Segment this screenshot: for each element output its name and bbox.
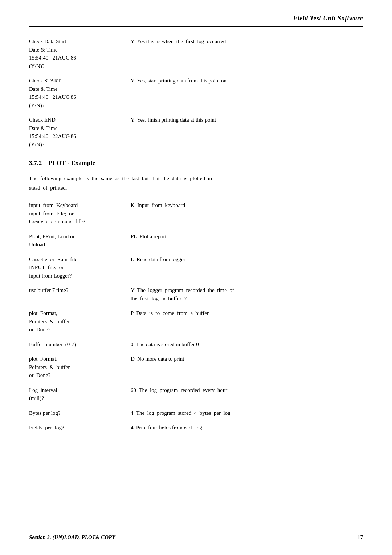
table-row: Check END Date & Time 15:54:40 22AUG'86 …: [29, 116, 363, 149]
table-row: Cassette or Ram file INPUT file, or inpu…: [29, 255, 363, 280]
prompt-plot-format-2: plot Format, Pointers & buffer or Done?: [29, 355, 131, 380]
table-row: Fields per log? 4 Print four fields from…: [29, 424, 363, 432]
prompt-check-end: Check END Date & Time 15:54:40 22AUG'86 …: [29, 116, 131, 149]
prompt-plot-print: PLot, PRint, Load or Unload: [29, 232, 131, 249]
response-cassette-ram: L Read data from logger: [131, 255, 363, 264]
response-buffer-number: 0 The data is stored in buffer 0: [131, 340, 363, 349]
prompt-log-interval: Log interval (mill)?: [29, 386, 131, 402]
prompt-use-buffer: use buffer 7 time?: [29, 286, 131, 295]
table-row: plot Format, Pointers & buffer or Done? …: [29, 355, 363, 380]
prompt-bytes-per-log: Bytes per log?: [29, 409, 131, 417]
footer-page-number: 17: [358, 534, 363, 540]
response-bytes-per-log: 4 The log program stored 4 bytes per log: [131, 409, 363, 417]
response-plot-format-1: P Data is to come from a buffer: [131, 309, 363, 317]
section-intro: The following example is the same as the…: [29, 174, 363, 193]
prompt-input-source: input from Keyboard input from File; or …: [29, 201, 131, 226]
table-row: input from Keyboard input from File; or …: [29, 201, 363, 226]
response-use-buffer: Y The logger program recorded the time o…: [131, 286, 363, 303]
section-heading: 3.7.2 PLOT - Example: [29, 159, 363, 167]
table-row: Log interval (mill)? 60 The log program …: [29, 386, 363, 402]
prompt-fields-per-log: Fields per log?: [29, 424, 131, 432]
prompt-check-data-start: Check Data Start Date & Time 15:54:40 21…: [29, 37, 131, 70]
table-row: Check START Date & Time 15:54:40 21AUG'8…: [29, 77, 363, 109]
response-plot-print: PL Plot a report: [131, 232, 363, 241]
plot-section: input from Keyboard input from File; or …: [29, 201, 363, 432]
prompt-plot-format-1: plot Format, Pointers & buffer or Done?: [29, 309, 131, 334]
table-row: use buffer 7 time? Y The logger program …: [29, 286, 363, 303]
response-plot-format-2: D No more data to print: [131, 355, 363, 363]
response-check-data-start: Y Yes this is when the first log occurre…: [131, 37, 363, 46]
page: Field Test Unit Software Check Data Star…: [0, 0, 392, 555]
response-log-interval: 60 The log program recorded every hour: [131, 386, 363, 394]
section-title: PLOT - Example: [49, 159, 95, 166]
response-fields-per-log: 4 Print four fields from each log: [131, 424, 363, 432]
table-row: PLot, PRint, Load or Unload PL Plot a re…: [29, 232, 363, 249]
top-section: Check Data Start Date & Time 15:54:40 21…: [29, 37, 363, 149]
page-header: Field Test Unit Software: [29, 15, 363, 27]
prompt-cassette-ram: Cassette or Ram file INPUT file, or inpu…: [29, 255, 131, 280]
response-check-start: Y Yes, start printing data from this poi…: [131, 77, 363, 85]
section-number: 3.7.2: [29, 159, 42, 166]
header-title: Field Test Unit Software: [293, 15, 363, 22]
page-footer: Section 3. (UN)LOAD, PLOT& COPY 17: [29, 531, 363, 540]
prompt-check-start: Check START Date & Time 15:54:40 21AUG'8…: [29, 77, 131, 109]
table-row: Check Data Start Date & Time 15:54:40 21…: [29, 37, 363, 70]
footer-section-label: Section 3. (UN)LOAD, PLOT& COPY: [29, 534, 115, 540]
prompt-buffer-number: Buffer number (0-7): [29, 340, 131, 349]
response-check-end: Y Yes, finish printing data at this poin…: [131, 116, 363, 124]
table-row: plot Format, Pointers & buffer or Done? …: [29, 309, 363, 334]
response-input-source: K Input from keyboard: [131, 201, 363, 210]
table-row: Buffer number (0-7) 0 The data is stored…: [29, 340, 363, 349]
table-row: Bytes per log? 4 The log program stored …: [29, 409, 363, 417]
